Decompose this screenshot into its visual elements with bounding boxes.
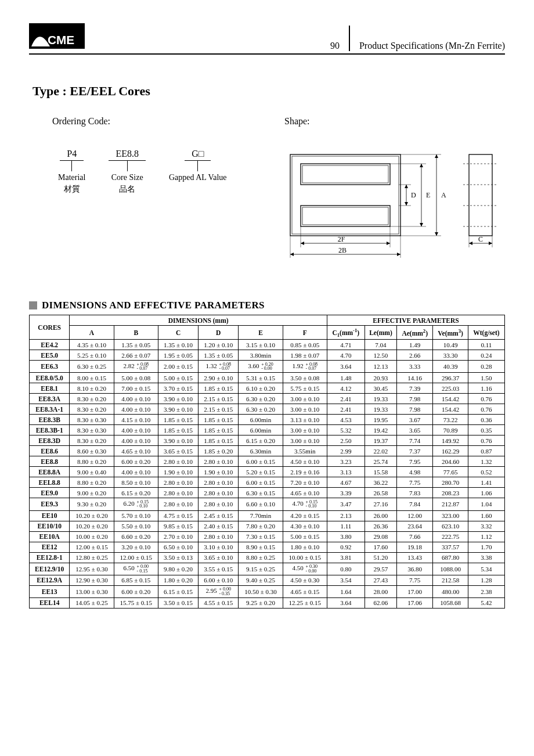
cell-C: 3.90 ± 0.10 (158, 404, 198, 415)
cell-Le: 36.22 (365, 477, 397, 488)
cell-C: 3.90 ± 0.10 (158, 435, 198, 446)
cell-Le: 62.06 (365, 597, 397, 608)
cell-E: 3.80min (239, 350, 283, 361)
cell-E: 8.90 ± 0.15 (239, 542, 283, 552)
table-row: EE1212.00 ± 0.153.20 ± 0.106.50 ± 0.103.… (30, 542, 505, 552)
core-name: EEL8.8 (30, 477, 70, 488)
cell-Ve: 33.30 (433, 350, 468, 361)
cell-C: 4.75 ± 0.15 (158, 510, 198, 521)
cell-D: 2.80 ± 0.10 (199, 498, 239, 510)
cell-Ae: 17.00 (397, 585, 433, 597)
cell-C: 1.85 ± 0.15 (158, 415, 198, 425)
ordering-label: Ordering Code: (52, 116, 250, 127)
cell-B: 15.75 ± 0.15 (114, 597, 158, 608)
cell-Ve: 149.92 (433, 435, 468, 446)
svg-text:C: C (478, 235, 483, 243)
cell-C: 6.15 ± 0.15 (158, 585, 198, 597)
cell-F: 3.00 ± 0.10 (283, 435, 327, 446)
cell-C: 3.90 ± 0.10 (158, 394, 198, 404)
cell-Ve: 154.42 (433, 404, 468, 415)
cell-B: 6.15 ± 0.20 (114, 488, 158, 498)
cell-A: 12.95 ± 0.30 (70, 563, 114, 575)
table-row: EE8.88.80 ± 0.206.00 ± 0.202.80 ± 0.102.… (30, 456, 505, 467)
core-name: EEL14 (30, 597, 70, 608)
cell-Ae: 7.66 (397, 531, 433, 542)
cell-Wt: 1.12 (468, 531, 504, 542)
cell-Le: 30.45 (365, 383, 397, 394)
cell-E: 5.20 ± 0.15 (239, 467, 283, 477)
cell-Le: 27.43 (365, 575, 397, 585)
cell-C1: 4.67 (327, 477, 365, 488)
cell-B: 6.85 ± 0.15 (114, 575, 158, 585)
cell-Ae: 7.74 (397, 435, 433, 446)
cell-C1: 2.99 (327, 446, 365, 456)
cell-C1: 4.12 (327, 383, 365, 394)
cell-F: 10.00 ± 0.15 (283, 552, 327, 563)
cell-B: 6.20 + 0.15- 0.10 (114, 498, 158, 510)
cell-F: 3.55min (283, 446, 327, 456)
cell-Ve: 623.10 (433, 521, 468, 531)
cell-Ae: 3.33 (397, 361, 433, 373)
table-row: EEL8.88.80 ± 0.208.50 ± 0.102.80 ± 0.102… (30, 477, 505, 488)
cell-C1: 3.80 (327, 531, 365, 542)
cell-D: 2.80 ± 0.10 (199, 477, 239, 488)
table-row: EE8.0/5.08.00 ± 0.155.00 ± 0.085.00 ± 0.… (30, 373, 505, 383)
core-name: EE8.8A (30, 467, 70, 477)
cell-Le: 19.33 (365, 404, 397, 415)
shape-diagram-front: D E A 2F (284, 149, 447, 259)
cell-D: 4.55 ± 0.15 (199, 597, 239, 608)
ordering-col-core-size: EE8.8 Core Size 品名 (109, 149, 146, 195)
table-row: EEL1414.05 ± 0.2515.75 ± 0.153.50 ± 0.15… (30, 597, 505, 608)
section-title-row: DIMENSIONS AND EFFECTIVE PARAMETERS (29, 300, 505, 311)
cell-C: 2.70 ± 0.10 (158, 531, 198, 542)
cell-D: 2.80 ± 0.10 (199, 531, 239, 542)
cell-E: 9.15 ± 0.25 (239, 563, 283, 575)
cell-Wt: 1.04 (468, 498, 504, 510)
cell-C1: 0.92 (327, 542, 365, 552)
cell-E: 9.25 ± 0.20 (239, 597, 283, 608)
cell-B: 5.50 ± 0.10 (114, 521, 158, 531)
cell-C1: 1.64 (327, 585, 365, 597)
cell-E: 5.31 ± 0.15 (239, 373, 283, 383)
core-name: EE4.2 (30, 340, 70, 350)
ordering-section: Ordering Code: P4 Material 材質 EE8.8 Core… (29, 116, 250, 259)
cell-Wt: 0.36 (468, 415, 504, 425)
cell-D: 1.35 ± 0.05 (199, 350, 239, 361)
cell-C: 2.80 ± 0.10 (158, 488, 198, 498)
cell-Ae: 17.06 (397, 597, 433, 608)
cell-D: 1.20 ± 0.10 (199, 340, 239, 350)
cell-C1: 3.54 (327, 575, 365, 585)
table-row: EE8.8A9.00 ± 0.404.00 ± 0.101.90 ± 0.101… (30, 467, 505, 477)
ordering-label-2: Core Size (109, 172, 146, 183)
core-name: EE10/10 (30, 521, 70, 531)
cell-Ae: 23.64 (397, 521, 433, 531)
cell-Ae: 7.84 (397, 498, 433, 510)
cell-C1: 3.64 (327, 597, 365, 608)
cell-C1: 3.81 (327, 552, 365, 563)
cell-B: 7.00 ± 0.15 (114, 383, 158, 394)
core-name: EE6.3 (30, 361, 70, 373)
table-row: EE1010.20 ± 0.205.70 ± 0.104.75 ± 0.152.… (30, 510, 505, 521)
cell-Wt: 1.50 (468, 373, 504, 383)
cell-C1: 4.71 (327, 340, 365, 350)
cell-B: 4.00 ± 0.10 (114, 435, 158, 446)
core-name: EE12.9A (30, 575, 70, 585)
table-row: EE8.3A-18.30 ± 0.204.00 ± 0.103.90 ± 0.1… (30, 404, 505, 415)
cell-Wt: 1.28 (468, 575, 504, 585)
cell-Wt: 5.42 (468, 597, 504, 608)
cell-Le: 28.00 (365, 585, 397, 597)
core-name: EE10 (30, 510, 70, 521)
cell-E: 6.30 ± 0.15 (239, 488, 283, 498)
cell-Ae: 12.00 (397, 510, 433, 521)
cell-F: 12.25 ± 0.15 (283, 597, 327, 608)
cell-D: 1.90 ± 0.10 (199, 467, 239, 477)
cell-Ve: 1088.00 (433, 563, 468, 575)
cell-Wt: 1.32 (468, 456, 504, 467)
table-row: EE10/1010.20 ± 0.205.50 ± 0.109.85 ± 0.1… (30, 521, 505, 531)
cell-Ae: 7.98 (397, 404, 433, 415)
th-Wt: Wt(g/set) (468, 326, 504, 340)
cell-D: 3.65 ± 0.10 (199, 552, 239, 563)
shape-diagram-side: C (463, 149, 504, 259)
doc-title: Product Specifications (Mn-Zn Ferrite) (350, 26, 505, 51)
cell-A: 10.20 ± 0.20 (70, 510, 114, 521)
